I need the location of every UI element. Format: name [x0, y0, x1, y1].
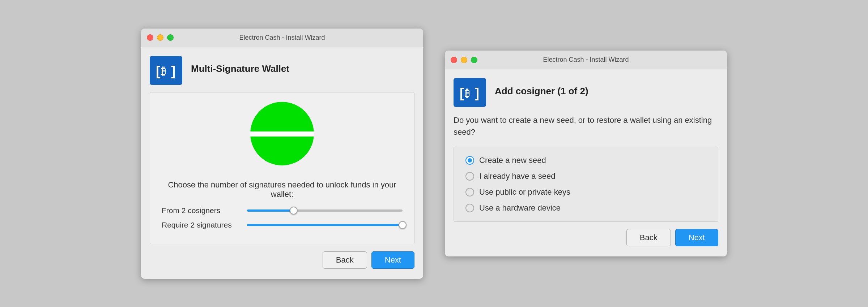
options-area: Create a new seed I already have a seed …: [454, 147, 718, 222]
slider-2-label: Require 2 signatures: [162, 221, 241, 229]
slider-1-thumb[interactable]: [290, 207, 298, 215]
radio-label-public-private-keys: Use public or private keys: [479, 187, 570, 197]
footer-right: Back Next: [454, 222, 718, 248]
svg-text:]: ]: [171, 64, 175, 78]
radio-circle-public-private-keys[interactable]: [465, 188, 474, 196]
svg-rect-5: [250, 131, 314, 137]
traffic-lights-right: [451, 57, 477, 63]
slider-2-track[interactable]: [247, 224, 403, 226]
page-title-left: Multi-Signature Wallet: [191, 63, 289, 74]
slider-description: Choose the number of signatures needed t…: [162, 180, 403, 199]
close-button-left[interactable]: [147, 34, 153, 41]
page-title-right: Add cosigner (1 of 2): [495, 86, 588, 97]
next-button-right[interactable]: Next: [675, 229, 718, 246]
back-button-left[interactable]: Back: [323, 251, 367, 269]
svg-text:[: [: [156, 64, 160, 78]
bitcoin-logo-right-icon: [ ] ₿: [458, 81, 481, 104]
radio-circle-create-new-seed[interactable]: [465, 156, 474, 165]
svg-text:[: [: [460, 86, 464, 100]
minimize-button-left[interactable]: [157, 34, 163, 41]
slider-row-1: From 2 cosigners: [162, 206, 403, 215]
slider-row-2: Require 2 signatures: [162, 221, 403, 229]
bitcoin-logo-icon: [ ] ₿: [154, 59, 178, 82]
radio-label-create-new-seed: Create a new seed: [479, 156, 546, 165]
titlebar-title-left: Electron Cash - Install Wizard: [239, 34, 325, 42]
maximize-button-left[interactable]: [167, 34, 174, 41]
close-button-right[interactable]: [451, 57, 457, 63]
radio-label-hardware-device: Use a hardware device: [479, 203, 561, 213]
radio-option-hardware-device[interactable]: Use a hardware device: [465, 203, 706, 213]
logo-left: [ ] ₿: [150, 56, 182, 85]
left-window: Electron Cash - Install Wizard [ ] ₿: [141, 29, 423, 279]
footer-left: Back Next: [150, 244, 414, 270]
slider-section: Choose the number of signatures needed t…: [159, 180, 405, 235]
description-text-right: Do you want to create a new seed, or to …: [454, 114, 718, 138]
header-text-left: Multi-Signature Wallet: [191, 56, 289, 85]
header-row-right: [ ] ₿ Add cosigner (1 of 2): [454, 78, 718, 107]
window-body-left: [ ] ₿ Multi-Signature Wallet: [141, 47, 423, 279]
svg-text:]: ]: [475, 86, 479, 100]
radio-option-already-have-seed[interactable]: I already have a seed: [465, 172, 706, 181]
pie-chart-container: [250, 101, 315, 169]
svg-text:₿: ₿: [465, 88, 470, 99]
header-text-right: Add cosigner (1 of 2): [495, 78, 588, 107]
back-button-right[interactable]: Back: [626, 229, 671, 246]
titlebar-left: Electron Cash - Install Wizard: [141, 29, 423, 47]
maximize-button-right[interactable]: [471, 57, 477, 63]
logo-right: [ ] ₿: [454, 78, 486, 107]
titlebar-title-right: Electron Cash - Install Wizard: [543, 56, 629, 64]
slider-1-track[interactable]: [247, 209, 403, 212]
titlebar-right: Electron Cash - Install Wizard: [445, 51, 727, 69]
traffic-lights-left: [147, 34, 174, 41]
next-button-left[interactable]: Next: [371, 251, 414, 269]
radio-inner-create-new-seed: [468, 158, 472, 163]
window-body-right: [ ] ₿ Add cosigner (1 of 2) Do you want …: [445, 69, 727, 256]
radio-option-create-new-seed[interactable]: Create a new seed: [465, 156, 706, 165]
header-row-left: [ ] ₿ Multi-Signature Wallet: [150, 56, 414, 85]
content-area-left: Choose the number of signatures needed t…: [150, 92, 414, 244]
radio-option-public-private-keys[interactable]: Use public or private keys: [465, 187, 706, 197]
pie-chart-icon: [250, 101, 315, 166]
radio-circle-hardware-device[interactable]: [465, 204, 474, 212]
svg-text:₿: ₿: [161, 66, 166, 77]
minimize-button-right[interactable]: [461, 57, 467, 63]
slider-1-label: From 2 cosigners: [162, 206, 241, 215]
radio-label-already-have-seed: I already have a seed: [479, 172, 555, 181]
radio-circle-already-have-seed[interactable]: [465, 172, 474, 181]
slider-2-thumb[interactable]: [399, 221, 407, 229]
right-window: Electron Cash - Install Wizard [ ] ₿ Add…: [445, 51, 727, 256]
